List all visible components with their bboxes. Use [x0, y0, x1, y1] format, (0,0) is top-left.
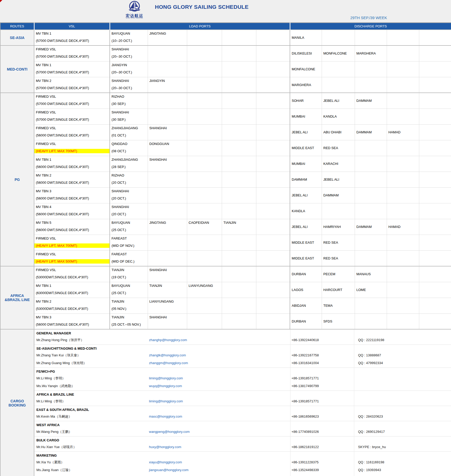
load-port-cell — [256, 203, 290, 219]
schedule-row: MV TBN 5(56000 DWT,SINGLE DECK,4*30T)BAY… — [0, 219, 451, 235]
load-port-name: SHANGHAI — [112, 189, 146, 193]
vessel-cell: MV TBN 2(57000 DWT,SINGLE DECK,4*30T) — [34, 77, 110, 93]
load-port-cell — [187, 235, 222, 250]
schedule-row: MV TBN 4(56000 DWT,SINGLE DECK,4*30T)SHA… — [0, 203, 451, 219]
contact-email-link[interactable]: liming@hongglory.com — [149, 397, 183, 405]
contact-email-link[interactable]: wuyq@hongglory.com — [149, 382, 182, 390]
discharge-port-cell: SFDS — [322, 313, 355, 329]
load-port-date: (30 SEP.) — [112, 117, 146, 122]
load-port-cell: TIANJIN — [148, 282, 187, 298]
load-port-cell — [222, 298, 256, 313]
load-port-cell: LIANYUNGANG — [187, 282, 222, 298]
load-port-cell — [256, 61, 290, 77]
booking-group-title: MARKETING — [34, 452, 451, 458]
contact-email-link[interactable]: xiayu@hongglory.com — [149, 458, 182, 466]
load-port-cell — [187, 109, 222, 124]
discharge-port-cell — [355, 30, 387, 45]
load-port-date: (MID OF NOV.) — [112, 243, 146, 248]
contact-phone: +86-13524498339 — [291, 466, 319, 474]
load-port-cell — [256, 313, 290, 329]
contact-row: Mr.Zhang Hong Ping（张洪平）zhanghp@hongglory… — [34, 336, 451, 344]
discharge-port-cell: HAMAD — [387, 124, 419, 140]
sailboat-logo-icon — [127, 1, 142, 13]
load-port-cell — [148, 172, 187, 187]
load-port-cell — [222, 30, 256, 45]
discharge-port-cell — [355, 187, 387, 203]
load-port-cell — [222, 235, 256, 250]
load-port-cell — [187, 250, 222, 266]
logo-english-text: HONG GLORY SHIPPING — [123, 18, 146, 19]
schedule-row: FIRMED VSL(HEAVY LIFT, MAX 700MT)FAREAST… — [0, 235, 451, 250]
contact-email-link[interactable]: zhanghp@hongglory.com — [149, 336, 187, 344]
schedule-row: MV TBN 1(63000DWT,SINGLE DECK,4*30T)BAYU… — [0, 282, 451, 298]
discharge-port-cell — [387, 30, 419, 45]
discharge-port-cell: MUMBAI — [290, 156, 322, 172]
load-port-cell: TIANJIN(25 OCT.--05 NOV.) — [110, 313, 148, 329]
discharge-port-cell — [355, 235, 387, 250]
load-port-name: LIANYUNGANG — [189, 283, 220, 288]
load-port-cell — [256, 298, 290, 313]
discharge-port-cell: RED SEA — [322, 235, 355, 250]
table-header-row: ROUTES VSL LOAD PORTS DISCHARGE PORTS — [0, 23, 451, 30]
vessel-spec: (56000 DWT,SINGLE DECK,4*30T) — [36, 322, 108, 327]
discharge-port-cell: DAMMAM — [355, 93, 387, 109]
load-port-date: (08 OCT.) — [112, 149, 146, 153]
load-port-name: SHANGHAI — [112, 205, 146, 209]
load-port-cell — [222, 172, 256, 187]
vessel-spec: (57000 DWT,SINGLE DECK,4*30T) — [36, 102, 108, 106]
load-port-cell — [256, 156, 290, 172]
discharge-port-cell — [355, 313, 387, 329]
discharge-port-cell — [387, 235, 419, 250]
discharge-port-cell — [387, 156, 419, 172]
contact-im: QQ : 1161169198 — [358, 458, 384, 466]
discharge-port-cell — [419, 266, 451, 282]
discharge-port-cell — [355, 77, 387, 93]
discharge-port-cell: DAMMAM — [290, 172, 322, 187]
contact-email-link[interactable]: wangpeng@hongglory.com — [149, 428, 190, 436]
load-port-date: (20 OCT.) — [112, 212, 146, 216]
vessel-name: MV TBN 1 — [36, 157, 108, 162]
vessel-cell: FIRMED VSL(HEAVY LIFT, MAX 500MT) — [34, 250, 110, 266]
vessel-cell: FIRMED VSL(53000DWT,SINGLE DECK,4*30T) — [34, 266, 110, 282]
load-port-cell — [256, 140, 290, 156]
contact-email-link[interactable]: zhanggm@hongglory.com — [149, 359, 188, 367]
contact-email-link[interactable]: zhangtk@hongglory.com — [149, 351, 186, 359]
sheet-corner-flag — [0, 0, 2, 2]
discharge-port-cell — [387, 93, 419, 109]
contact-name: Mr.Zhang Guang Ming（张光明） — [36, 359, 86, 367]
vessel-spec: (53000DWT,SINGLE DECK,4*30T) — [36, 306, 108, 311]
load-port-cell — [256, 93, 290, 109]
route-group-label: PG — [0, 93, 34, 266]
load-port-cell: SHANGHAI — [148, 266, 187, 282]
load-port-cell — [222, 77, 256, 93]
booking-group-title: FE/WCI+PG — [34, 368, 451, 374]
contact-email-link[interactable]: liming@hongglory.com — [149, 374, 183, 382]
vessel-spec: (57000 DWT,SINGLE DECK,4*30T) — [36, 54, 108, 59]
booking-group: WEST AFRICAMr.Wang Peng（王鹏）wangpeng@hong… — [34, 421, 451, 436]
contact-phone: +86-18621819122 — [291, 443, 319, 451]
route-group-label: AFRICA &BRAZIL LINE — [0, 266, 34, 329]
load-port-cell — [187, 30, 222, 45]
contact-phone: +86-13817490799 — [291, 382, 319, 390]
vessel-spec: (53000DWT,SINGLE DECK,4*30T) — [36, 275, 108, 279]
discharge-port-cell: DAMMAM — [355, 219, 387, 235]
discharge-port-cell — [322, 203, 355, 219]
load-port-name: DONGGUAN — [149, 142, 185, 146]
load-port-cell: BAYUQUAN(25 OCT.) — [110, 282, 148, 298]
discharge-port-cell: DURBAN — [290, 313, 322, 329]
load-port-name: SHANGHAI — [112, 47, 146, 51]
load-port-cell — [256, 282, 290, 298]
discharge-port-cell: MARGHERA — [355, 45, 387, 61]
discharge-port-cell: MONFALCONE — [290, 61, 322, 77]
load-port-cell — [256, 45, 290, 61]
contact-email-link[interactable]: huxy@hongglory.com — [149, 443, 181, 451]
discharge-port-cell: KANDLA — [322, 109, 355, 124]
discharge-port-cell: TEMA — [322, 298, 355, 313]
contact-name: Mr.Zhang Tian Kui（张天奎） — [36, 351, 81, 359]
load-port-cell — [148, 93, 187, 109]
contact-email-link[interactable]: masc@hongglory.com — [149, 413, 182, 420]
discharge-port-cell: DAMMAM — [355, 124, 387, 140]
load-port-date: (20 OCT.) — [112, 196, 146, 201]
contact-row: Mr.Zhang Guang Ming（张光明）zhanggm@hongglor… — [34, 359, 451, 367]
contact-email-link[interactable]: jiangxuan@hongglory.com — [149, 466, 188, 474]
